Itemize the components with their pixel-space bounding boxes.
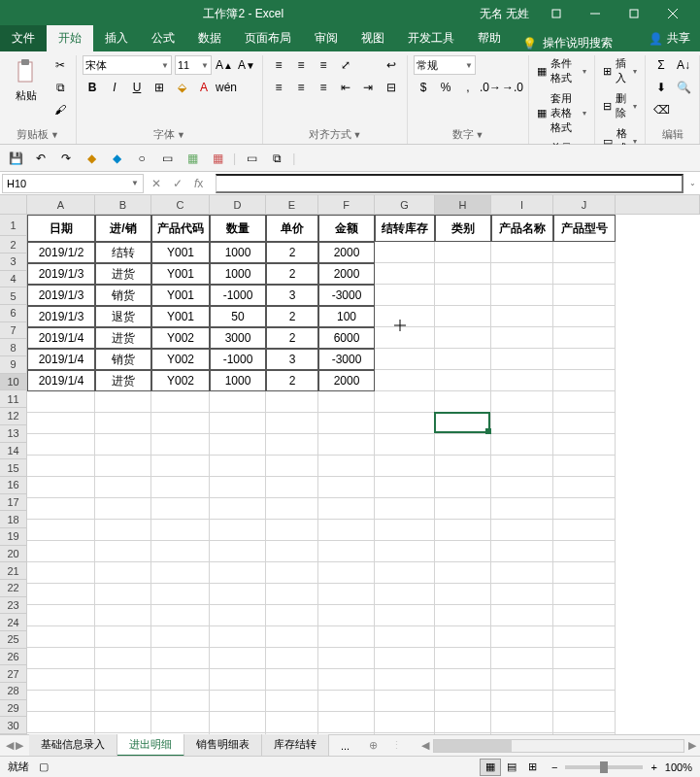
cell[interactable] (210, 477, 266, 498)
tab-4[interactable]: 页面布局 (233, 25, 303, 51)
data-cell[interactable]: 2 (266, 242, 318, 263)
data-cell[interactable]: 2019/1/2 (27, 242, 95, 263)
data-cell[interactable]: Y001 (151, 263, 210, 285)
data-cell[interactable]: Y001 (151, 285, 210, 306)
row-header[interactable]: 4 (0, 271, 27, 288)
cell[interactable] (553, 306, 616, 327)
save-icon[interactable]: 💾 (6, 149, 25, 168)
cell[interactable] (95, 712, 151, 733)
cell[interactable] (435, 263, 491, 285)
cell[interactable] (27, 541, 95, 562)
cell[interactable] (491, 306, 553, 327)
cell[interactable] (151, 498, 210, 520)
row-header[interactable]: 29 (0, 700, 27, 718)
cell[interactable] (27, 648, 95, 669)
cell[interactable] (553, 691, 616, 712)
cell[interactable] (435, 498, 491, 520)
cell[interactable] (553, 498, 616, 520)
cell[interactable] (210, 648, 266, 669)
undo-icon[interactable]: ↶ (31, 149, 50, 168)
cell[interactable] (151, 391, 210, 413)
row-header[interactable]: 5 (0, 287, 27, 305)
data-cell[interactable]: 2000 (318, 242, 375, 263)
indent-dec-icon[interactable]: ⇤ (336, 78, 355, 97)
cell[interactable] (95, 541, 151, 562)
cell[interactable] (151, 648, 210, 669)
font-name-select[interactable]: 宋体▼ (83, 55, 172, 75)
cell[interactable] (151, 456, 210, 477)
tell-me-search[interactable]: 操作说明搜索 (543, 35, 613, 51)
row-header[interactable]: 23 (0, 597, 27, 615)
cell[interactable] (435, 669, 491, 691)
row-header[interactable]: 13 (0, 425, 27, 443)
col-header[interactable]: B (95, 195, 151, 215)
cell[interactable] (435, 456, 491, 477)
currency-icon[interactable]: $ (414, 78, 433, 97)
user-name[interactable]: 无名 无姓 (480, 6, 529, 22)
cell[interactable] (318, 498, 375, 520)
cell[interactable] (151, 712, 210, 733)
tab-1[interactable]: 插入 (93, 25, 140, 51)
cell[interactable] (553, 520, 616, 541)
cell[interactable] (553, 349, 616, 370)
data-cell[interactable]: 6000 (318, 327, 375, 349)
dec-decimal-icon[interactable]: →.0 (503, 78, 522, 97)
cell[interactable] (318, 712, 375, 733)
cell[interactable] (375, 733, 435, 734)
cell[interactable] (435, 306, 491, 327)
cell[interactable] (375, 349, 435, 370)
cell[interactable] (266, 413, 318, 434)
cell[interactable] (375, 434, 435, 456)
cell[interactable] (553, 541, 616, 562)
data-cell[interactable]: Y001 (151, 242, 210, 263)
cell[interactable] (210, 733, 266, 734)
row-header[interactable]: 28 (0, 683, 27, 700)
cell[interactable] (491, 648, 553, 669)
row-header[interactable]: 7 (0, 322, 27, 340)
page-layout-view-icon[interactable]: ▤ (501, 759, 522, 776)
zoom-slider[interactable] (565, 765, 643, 769)
tab-6[interactable]: 视图 (350, 25, 396, 51)
font-size-select[interactable]: 11▼ (175, 55, 212, 75)
cell[interactable] (318, 626, 375, 648)
data-cell[interactable]: 50 (210, 306, 266, 327)
cell[interactable] (375, 498, 435, 520)
cell[interactable] (210, 669, 266, 691)
cell[interactable] (95, 691, 151, 712)
col-header[interactable]: I (491, 195, 553, 215)
cell[interactable] (95, 391, 151, 413)
maximize-icon[interactable] (615, 0, 653, 27)
cell[interactable] (318, 584, 375, 605)
page-break-view-icon[interactable]: ⊞ (522, 759, 544, 776)
cell[interactable] (491, 242, 553, 263)
chevron-down-icon[interactable]: ▼ (131, 179, 139, 187)
row-header[interactable]: 8 (0, 339, 27, 356)
header-cell[interactable]: 日期 (27, 215, 95, 242)
cell[interactable] (435, 562, 491, 584)
cell[interactable] (210, 712, 266, 733)
zoom-out-icon[interactable]: − (551, 761, 557, 773)
tab-8[interactable]: 帮助 (466, 25, 513, 51)
row-header[interactable]: 12 (0, 408, 27, 425)
cell[interactable] (553, 434, 616, 456)
cell[interactable] (266, 712, 318, 733)
qat-icon[interactable]: ▦ (183, 149, 202, 168)
cell[interactable] (435, 391, 491, 413)
cell[interactable] (266, 391, 318, 413)
cell[interactable] (318, 669, 375, 691)
cell[interactable] (491, 349, 553, 370)
row-header[interactable]: 9 (0, 356, 27, 374)
cell[interactable] (375, 691, 435, 712)
data-cell[interactable]: Y002 (151, 349, 210, 370)
cell[interactable] (151, 520, 210, 541)
cell[interactable] (318, 648, 375, 669)
cell[interactable] (266, 584, 318, 605)
cell[interactable] (375, 520, 435, 541)
data-cell[interactable]: 2019/1/4 (27, 327, 95, 349)
row-header[interactable]: 19 (0, 528, 27, 546)
cell[interactable] (435, 626, 491, 648)
cell[interactable] (435, 349, 491, 370)
row-header[interactable]: 25 (0, 631, 27, 649)
cell[interactable] (375, 562, 435, 584)
data-cell[interactable]: 2019/1/3 (27, 263, 95, 285)
